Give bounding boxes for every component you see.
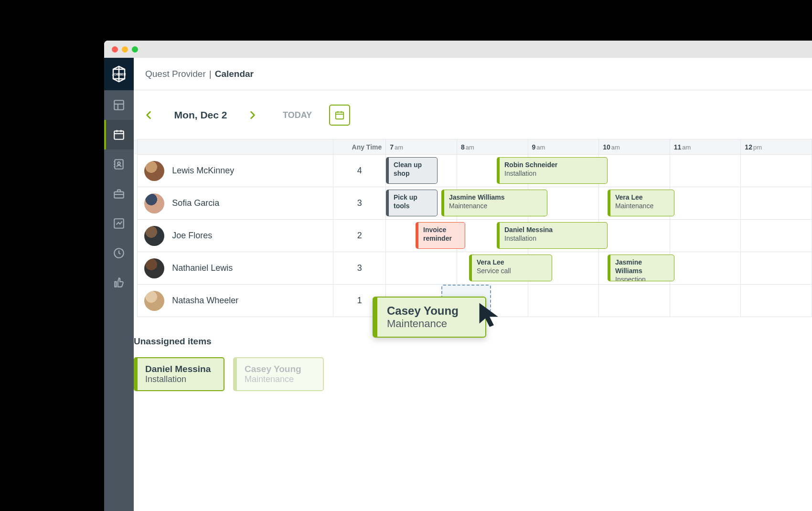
schedule-grid: Any Time 7am 8am 9am 10am 11am 12pm Lewi… — [134, 139, 812, 317]
close-traffic-light[interactable] — [112, 46, 118, 53]
avatar — [144, 258, 164, 278]
schedule-event[interactable]: Pick up tools — [386, 190, 438, 216]
cursor-icon — [478, 301, 502, 328]
time-slot[interactable] — [528, 285, 599, 317]
time-slot[interactable] — [599, 285, 670, 317]
svg-point-9 — [118, 162, 120, 164]
event-title: Robin Schneider — [504, 160, 602, 169]
hour-header: 11am — [670, 139, 741, 155]
svg-rect-4 — [114, 131, 124, 139]
person-name: Nathaniel Lewis — [172, 263, 233, 273]
time-slot[interactable] — [741, 220, 812, 252]
hour-header: 9am — [528, 139, 599, 155]
time-slot[interactable] — [670, 187, 741, 220]
unassigned-card-title: Daniel Messina — [145, 364, 216, 374]
person-cell[interactable]: Lewis McKinney — [138, 155, 333, 187]
svg-rect-17 — [336, 112, 344, 119]
main-area: Quest Provider | Calendar Mon, Dec 2 TOD… — [134, 58, 812, 511]
nav-feedback[interactable] — [104, 268, 134, 298]
time-slot[interactable] — [599, 155, 670, 187]
app-window: JOBBER — [104, 41, 812, 511]
unassigned-card-subtitle: Maintenance — [245, 374, 315, 384]
time-slot[interactable] — [670, 155, 741, 187]
time-slot[interactable] — [741, 155, 812, 187]
thumbs-up-icon — [113, 277, 125, 289]
sidebar-nav: JOBBER — [104, 58, 134, 511]
nav-clients[interactable] — [104, 149, 134, 179]
nav-reports[interactable] — [104, 209, 134, 238]
next-day-button[interactable] — [245, 107, 261, 123]
time-slot[interactable] — [599, 220, 670, 252]
drag-card-title: Casey Young — [387, 304, 476, 318]
jobber-logo-icon: JOBBER — [109, 64, 128, 84]
unassigned-card[interactable]: Daniel MessinaInstallation — [134, 357, 224, 391]
schedule-event[interactable]: Jasmine WilliamsInspection — [608, 255, 674, 281]
avatar — [144, 193, 164, 213]
event-subtitle: Inspection — [615, 275, 669, 281]
event-title: Jasmine Williams — [615, 258, 669, 275]
time-slot[interactable] — [741, 252, 812, 285]
schedule-event[interactable]: Invoice reminder — [416, 222, 465, 249]
calendar-icon — [113, 128, 125, 141]
event-title: Invoice reminder — [423, 225, 460, 243]
hour-header: 10am — [599, 139, 670, 155]
hour-header: 8am — [457, 139, 528, 155]
today-button[interactable]: TODAY — [283, 110, 312, 120]
nav-jobs[interactable] — [104, 179, 134, 209]
event-subtitle: Service call — [477, 266, 547, 275]
date-controls: Mon, Dec 2 TODAY — [134, 105, 812, 126]
person-name: Natasha Wheeler — [172, 296, 238, 306]
person-name: Joe Flores — [172, 231, 212, 241]
nav-dashboard[interactable] — [104, 90, 134, 120]
person-cell[interactable]: Sofia Garcia — [138, 187, 333, 220]
breadcrumb: Quest Provider | Calendar — [134, 58, 812, 90]
time-slot[interactable] — [670, 220, 741, 252]
schedule-event[interactable]: Clean up shop — [386, 157, 438, 184]
logo[interactable]: JOBBER — [104, 58, 134, 90]
contacts-icon — [113, 158, 125, 170]
schedule-event[interactable]: Daniel MessinaInstallation — [497, 222, 608, 249]
event-title: Pick up tools — [394, 193, 432, 210]
chart-icon — [113, 217, 125, 230]
dragging-event-card[interactable]: Casey YoungMaintenance — [373, 297, 486, 338]
time-slot[interactable] — [741, 285, 812, 317]
schedule-row: Lewis McKinney4 — [134, 155, 812, 187]
schedule-event[interactable]: Robin SchneiderInstallation — [497, 157, 608, 184]
anytime-count: 2 — [333, 220, 386, 252]
person-cell[interactable]: Joe Flores — [138, 220, 333, 252]
date-picker-button[interactable] — [329, 105, 350, 126]
time-slot[interactable] — [670, 252, 741, 285]
event-subtitle: Installation — [504, 234, 602, 243]
unassigned-card[interactable]: Casey YoungMaintenance — [233, 357, 324, 391]
schedule-event[interactable]: Jasmine WilliamsMaintenance — [441, 190, 547, 216]
time-slot[interactable] — [386, 252, 457, 285]
time-slot[interactable] — [670, 285, 741, 317]
unassigned-title: Unassigned items — [134, 336, 812, 347]
current-date-label: Mon, Dec 2 — [167, 109, 234, 121]
chevron-left-icon — [145, 111, 152, 119]
svg-rect-1 — [114, 100, 124, 110]
hour-header: 7am — [386, 139, 457, 155]
nav-timesheets[interactable] — [104, 238, 134, 268]
time-slot[interactable] — [741, 187, 812, 220]
chevron-right-icon — [249, 111, 256, 119]
maximize-traffic-light[interactable] — [132, 46, 138, 53]
schedule-event[interactable]: Vera LeeMaintenance — [608, 190, 674, 216]
event-title: Vera Lee — [477, 258, 547, 266]
prev-day-button[interactable] — [140, 107, 157, 123]
schedule-event[interactable]: Vera LeeService call — [469, 255, 552, 281]
schedule-row: Joe Flores2 — [134, 220, 812, 252]
person-cell[interactable]: Nathaniel Lewis — [138, 252, 333, 285]
avatar — [144, 226, 164, 246]
minimize-traffic-light[interactable] — [122, 46, 128, 53]
event-subtitle: Installation — [504, 169, 602, 178]
breadcrumb-separator: | — [209, 69, 212, 79]
anytime-count: 3 — [333, 187, 386, 220]
content-area: Mon, Dec 2 TODAY — [134, 90, 812, 511]
nav-calendar[interactable] — [104, 120, 134, 149]
anytime-count: 3 — [333, 252, 386, 285]
person-cell[interactable]: Natasha Wheeler — [138, 285, 333, 317]
calendar-picker-icon — [334, 110, 345, 120]
event-subtitle: Maintenance — [615, 202, 669, 210]
briefcase-icon — [113, 188, 125, 200]
